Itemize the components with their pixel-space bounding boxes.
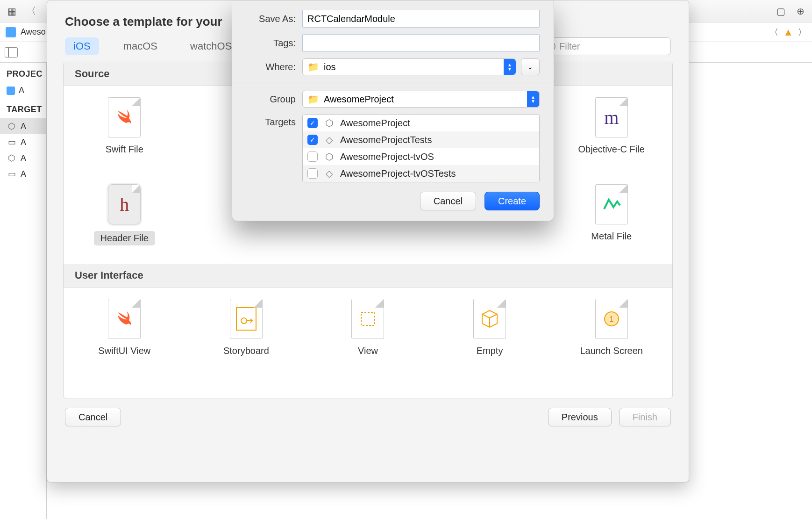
target-name: AwesomeProjectTests xyxy=(340,135,432,145)
filter-field[interactable]: Filter xyxy=(540,37,671,55)
metal-icon xyxy=(595,184,628,224)
nav-back-button[interactable]: 〈 xyxy=(23,3,39,19)
template-label: SwiftUI View xyxy=(98,346,150,356)
view-icon xyxy=(351,299,384,339)
app-target-icon: ⬡ xyxy=(323,151,335,162)
template-label: Metal File xyxy=(591,231,632,242)
template-storyboard[interactable]: Storyboard xyxy=(185,288,307,361)
svg-point-1 xyxy=(241,318,247,324)
project-row-icon xyxy=(7,86,15,95)
popup-arrows-icon: ▲▼ xyxy=(527,91,539,107)
empty-icon xyxy=(473,299,506,339)
expand-save-button[interactable]: ⌄ xyxy=(521,58,540,75)
save-sheet: Save As: Tags: Where: 📁 ios ▲▼ ⌄ Group 📁… xyxy=(232,0,554,221)
target-app-icon: ⬡ xyxy=(7,121,17,131)
template-view[interactable]: View xyxy=(307,288,429,361)
popup-arrows-icon: ▲▼ xyxy=(504,59,516,75)
where-popup[interactable]: 📁 ios ▲▼ xyxy=(302,58,516,75)
group-label: Group xyxy=(246,94,296,105)
section-ui: User Interface xyxy=(64,264,672,288)
target-checkbox[interactable]: ✓ xyxy=(307,118,318,128)
template-label: Launch Screen xyxy=(580,346,643,356)
library-icon[interactable]: ▦ xyxy=(4,3,20,19)
template-objc-file[interactable]: m Objective-C File xyxy=(550,86,672,173)
swift-icon xyxy=(108,97,141,137)
target-app-icon: ⬡ xyxy=(7,153,17,163)
target-name: AwesomeProject xyxy=(340,118,410,129)
template-swiftui-view[interactable]: SwiftUI View xyxy=(64,288,185,361)
finish-button: Finish xyxy=(619,408,671,426)
project-row-label: A xyxy=(19,86,24,95)
left-panel-toggle[interactable] xyxy=(5,47,18,58)
tags-input[interactable] xyxy=(302,34,540,52)
issue-nav-prev[interactable]: 〈 xyxy=(770,27,778,38)
storyboard-icon xyxy=(230,299,263,339)
target-row[interactable]: ✓ ⬡ AwesomeProject xyxy=(303,115,539,131)
where-value: ios xyxy=(324,62,336,72)
targets-header: TARGET xyxy=(0,98,46,118)
save-cancel-button[interactable]: Cancel xyxy=(420,192,476,210)
template-label: Objective-C File xyxy=(578,144,645,155)
launch-icon: 1 xyxy=(595,299,628,339)
target-row[interactable]: ◇ AwesomeProject-tvOSTests xyxy=(303,165,539,182)
targets-list: ✓ ⬡ AwesomeProject ✓ ◇ AwesomeProjectTes… xyxy=(302,114,540,182)
template-label: Header File xyxy=(94,231,155,245)
template-launch-screen[interactable]: 1 Launch Screen xyxy=(550,288,672,361)
target-row-label: A xyxy=(21,122,26,131)
project-icon xyxy=(6,27,16,37)
target-row-label: A xyxy=(21,137,26,147)
folder-icon: 📁 xyxy=(307,94,319,105)
cancel-button[interactable]: Cancel xyxy=(65,408,121,426)
app-target-icon: ⬡ xyxy=(323,117,335,129)
target-row-0[interactable]: ⬡A xyxy=(0,118,46,134)
project-name[interactable]: Aweso xyxy=(21,27,46,37)
template-label: Swift File xyxy=(106,144,143,155)
projects-header: PROJEC xyxy=(0,63,46,83)
group-popup[interactable]: 📁 AwesomeProject ▲▼ xyxy=(302,91,540,108)
target-row-3[interactable]: ▭A xyxy=(0,166,46,182)
tags-label: Tags: xyxy=(246,38,296,49)
target-row[interactable]: ✓ ◇ AwesomeProjectTests xyxy=(303,131,539,148)
toggle-panels-button[interactable]: ▢ xyxy=(773,3,789,19)
project-row[interactable]: A xyxy=(0,83,46,98)
template-swift-file[interactable]: Swift File xyxy=(64,86,185,173)
template-empty[interactable]: Empty xyxy=(429,288,551,361)
group-value: AwesomeProject xyxy=(324,94,394,105)
save-as-input[interactable] xyxy=(302,10,540,28)
add-panel-button[interactable]: ⊕ xyxy=(792,3,808,19)
tab-ios[interactable]: iOS xyxy=(65,37,99,55)
tab-macos[interactable]: macOS xyxy=(115,37,166,55)
template-label: Empty xyxy=(477,346,503,356)
target-checkbox[interactable] xyxy=(307,151,318,162)
target-row-2[interactable]: ⬡A xyxy=(0,150,46,166)
sheet-footer: Cancel Previous Finish xyxy=(47,398,689,436)
svg-rect-2 xyxy=(361,312,374,325)
warning-icon[interactable]: ▲ xyxy=(783,26,793,38)
template-metal-file[interactable]: Metal File xyxy=(550,173,672,264)
target-bundle-icon: ▭ xyxy=(7,137,17,147)
test-target-icon: ◇ xyxy=(323,134,335,145)
template-label: View xyxy=(358,346,378,356)
swift-icon xyxy=(108,299,141,339)
target-row[interactable]: ⬡ AwesomeProject-tvOS xyxy=(303,148,539,165)
save-as-label: Save As: xyxy=(246,14,296,24)
target-row-label: A xyxy=(21,169,26,179)
previous-button[interactable]: Previous xyxy=(548,408,612,426)
issue-nav-next[interactable]: 〉 xyxy=(798,27,806,38)
target-bundle-icon: ▭ xyxy=(7,169,17,179)
create-button[interactable]: Create xyxy=(484,192,540,210)
svg-text:1: 1 xyxy=(609,315,613,323)
folder-icon: 📁 xyxy=(307,61,319,72)
target-row-1[interactable]: ▭A xyxy=(0,134,46,150)
test-target-icon: ◇ xyxy=(323,168,335,179)
template-header-file[interactable]: h Header File xyxy=(64,173,185,264)
targets-label: Targets xyxy=(246,117,296,128)
target-checkbox[interactable] xyxy=(307,168,318,179)
target-name: AwesomeProject-tvOSTests xyxy=(340,168,456,179)
where-label: Where: xyxy=(246,62,296,72)
target-row-label: A xyxy=(21,153,26,163)
objc-icon: m xyxy=(595,97,628,137)
template-label: Storyboard xyxy=(223,346,269,356)
target-checkbox[interactable]: ✓ xyxy=(307,135,318,145)
divider xyxy=(232,82,554,82)
